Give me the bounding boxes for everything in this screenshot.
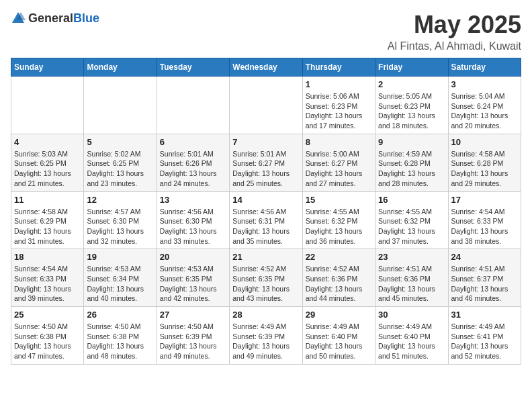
calendar-cell: 24Sunrise: 4:51 AMSunset: 6:37 PMDayligh… <box>448 249 521 307</box>
calendar-cell: 26Sunrise: 4:50 AMSunset: 6:38 PMDayligh… <box>84 307 157 365</box>
calendar-cell: 11Sunrise: 4:58 AMSunset: 6:29 PMDayligh… <box>11 191 84 249</box>
calendar-cell: 21Sunrise: 4:52 AMSunset: 6:35 PMDayligh… <box>230 249 302 307</box>
calendar-cell: 6Sunrise: 5:01 AMSunset: 6:26 PMDaylight… <box>157 134 229 191</box>
day-number: 25 <box>14 310 81 320</box>
day-number: 22 <box>306 252 372 262</box>
calendar-cell: 20Sunrise: 4:53 AMSunset: 6:35 PMDayligh… <box>157 249 229 307</box>
day-number: 17 <box>451 195 518 205</box>
day-info: Sunrise: 4:58 AMSunset: 6:29 PMDaylight:… <box>14 207 81 246</box>
day-info: Sunrise: 4:53 AMSunset: 6:34 PMDaylight:… <box>87 264 153 304</box>
calendar-cell: 7Sunrise: 5:01 AMSunset: 6:27 PMDaylight… <box>230 134 302 191</box>
calendar-cell: 4Sunrise: 5:03 AMSunset: 6:25 PMDaylight… <box>11 134 84 191</box>
day-info: Sunrise: 4:49 AMSunset: 6:41 PMDaylight:… <box>451 322 518 361</box>
calendar-header-monday: Monday <box>84 58 157 77</box>
day-info: Sunrise: 4:58 AMSunset: 6:28 PMDaylight:… <box>451 149 518 189</box>
calendar-header-sunday: Sunday <box>11 58 84 77</box>
calendar-cell: 8Sunrise: 5:00 AMSunset: 6:27 PMDaylight… <box>302 134 375 191</box>
day-number: 21 <box>232 252 299 262</box>
day-number: 27 <box>160 310 226 320</box>
day-number: 5 <box>87 137 153 147</box>
day-number: 24 <box>451 252 518 262</box>
day-info: Sunrise: 5:06 AMSunset: 6:23 PMDaylight:… <box>306 91 372 131</box>
calendar-week-row: 4Sunrise: 5:03 AMSunset: 6:25 PMDaylight… <box>11 134 521 191</box>
logo: GeneralBlue <box>11 11 99 26</box>
calendar-cell: 14Sunrise: 4:56 AMSunset: 6:31 PMDayligh… <box>230 191 302 249</box>
day-number: 16 <box>378 195 445 205</box>
day-info: Sunrise: 4:55 AMSunset: 6:32 PMDaylight:… <box>378 207 445 246</box>
day-number: 20 <box>160 252 226 262</box>
calendar-week-row: 18Sunrise: 4:54 AMSunset: 6:33 PMDayligh… <box>11 249 521 307</box>
day-info: Sunrise: 5:01 AMSunset: 6:26 PMDaylight:… <box>160 149 226 189</box>
day-number: 19 <box>87 252 153 262</box>
day-number: 26 <box>87 310 153 320</box>
calendar-cell: 1Sunrise: 5:06 AMSunset: 6:23 PMDaylight… <box>302 77 375 134</box>
calendar-cell: 5Sunrise: 5:02 AMSunset: 6:25 PMDaylight… <box>84 134 157 191</box>
day-info: Sunrise: 4:51 AMSunset: 6:36 PMDaylight:… <box>378 264 445 304</box>
day-number: 31 <box>451 310 518 320</box>
calendar-header-friday: Friday <box>375 58 448 77</box>
calendar-header-tuesday: Tuesday <box>157 58 229 77</box>
calendar-table: SundayMondayTuesdayWednesdayThursdayFrid… <box>11 58 521 365</box>
day-info: Sunrise: 4:53 AMSunset: 6:35 PMDaylight:… <box>160 264 226 304</box>
day-number: 7 <box>232 137 299 147</box>
logo-text-blue: Blue <box>73 11 99 25</box>
day-info: Sunrise: 4:55 AMSunset: 6:32 PMDaylight:… <box>306 207 372 246</box>
logo-icon <box>11 11 26 26</box>
calendar-cell: 19Sunrise: 4:53 AMSunset: 6:34 PMDayligh… <box>84 249 157 307</box>
title-block: May 2025 Al Fintas, Al Ahmadi, Kuwait <box>388 11 521 52</box>
calendar-week-row: 1Sunrise: 5:06 AMSunset: 6:23 PMDaylight… <box>11 77 521 134</box>
day-info: Sunrise: 5:02 AMSunset: 6:25 PMDaylight:… <box>87 149 153 189</box>
day-info: Sunrise: 4:52 AMSunset: 6:36 PMDaylight:… <box>306 264 372 304</box>
calendar-cell: 3Sunrise: 5:04 AMSunset: 6:24 PMDaylight… <box>448 77 521 134</box>
calendar-cell: 27Sunrise: 4:50 AMSunset: 6:39 PMDayligh… <box>157 307 229 365</box>
calendar-header-wednesday: Wednesday <box>230 58 302 77</box>
calendar-cell: 13Sunrise: 4:56 AMSunset: 6:30 PMDayligh… <box>157 191 229 249</box>
calendar-cell <box>11 77 84 134</box>
day-info: Sunrise: 4:51 AMSunset: 6:37 PMDaylight:… <box>451 264 518 304</box>
day-info: Sunrise: 4:49 AMSunset: 6:39 PMDaylight:… <box>232 322 299 361</box>
calendar-cell: 22Sunrise: 4:52 AMSunset: 6:36 PMDayligh… <box>302 249 375 307</box>
calendar-cell: 15Sunrise: 4:55 AMSunset: 6:32 PMDayligh… <box>302 191 375 249</box>
calendar-cell <box>230 77 302 134</box>
day-info: Sunrise: 5:00 AMSunset: 6:27 PMDaylight:… <box>306 149 372 189</box>
day-number: 30 <box>378 310 445 320</box>
location: Al Fintas, Al Ahmadi, Kuwait <box>388 40 521 52</box>
calendar-cell: 9Sunrise: 4:59 AMSunset: 6:28 PMDaylight… <box>375 134 448 191</box>
calendar-week-row: 25Sunrise: 4:50 AMSunset: 6:38 PMDayligh… <box>11 307 521 365</box>
day-number: 12 <box>87 195 153 205</box>
page-header: GeneralBlue May 2025 Al Fintas, Al Ahmad… <box>11 11 521 52</box>
day-info: Sunrise: 4:50 AMSunset: 6:39 PMDaylight:… <box>160 322 226 361</box>
day-number: 28 <box>232 310 299 320</box>
day-info: Sunrise: 4:59 AMSunset: 6:28 PMDaylight:… <box>378 149 445 189</box>
month-title: May 2025 <box>388 11 521 39</box>
day-info: Sunrise: 5:01 AMSunset: 6:27 PMDaylight:… <box>232 149 299 189</box>
day-number: 29 <box>306 310 372 320</box>
calendar-cell: 12Sunrise: 4:57 AMSunset: 6:30 PMDayligh… <box>84 191 157 249</box>
day-info: Sunrise: 5:04 AMSunset: 6:24 PMDaylight:… <box>451 91 518 131</box>
calendar-cell: 17Sunrise: 4:54 AMSunset: 6:33 PMDayligh… <box>448 191 521 249</box>
day-number: 14 <box>232 195 299 205</box>
day-info: Sunrise: 4:56 AMSunset: 6:31 PMDaylight:… <box>232 207 299 246</box>
day-info: Sunrise: 4:49 AMSunset: 6:40 PMDaylight:… <box>378 322 445 361</box>
day-number: 9 <box>378 137 445 147</box>
day-number: 4 <box>14 137 81 147</box>
day-info: Sunrise: 4:54 AMSunset: 6:33 PMDaylight:… <box>451 207 518 246</box>
logo-text-general: General <box>28 11 73 25</box>
calendar-cell: 16Sunrise: 4:55 AMSunset: 6:32 PMDayligh… <box>375 191 448 249</box>
day-number: 3 <box>451 79 518 89</box>
day-info: Sunrise: 4:49 AMSunset: 6:40 PMDaylight:… <box>306 322 372 361</box>
day-info: Sunrise: 4:56 AMSunset: 6:30 PMDaylight:… <box>160 207 226 246</box>
calendar-cell: 2Sunrise: 5:05 AMSunset: 6:23 PMDaylight… <box>375 77 448 134</box>
calendar-cell: 25Sunrise: 4:50 AMSunset: 6:38 PMDayligh… <box>11 307 84 365</box>
day-number: 1 <box>306 79 372 89</box>
day-number: 15 <box>306 195 372 205</box>
calendar-week-row: 11Sunrise: 4:58 AMSunset: 6:29 PMDayligh… <box>11 191 521 249</box>
day-info: Sunrise: 4:50 AMSunset: 6:38 PMDaylight:… <box>87 322 153 361</box>
calendar-cell: 23Sunrise: 4:51 AMSunset: 6:36 PMDayligh… <box>375 249 448 307</box>
day-number: 23 <box>378 252 445 262</box>
day-number: 13 <box>160 195 226 205</box>
calendar-cell: 29Sunrise: 4:49 AMSunset: 6:40 PMDayligh… <box>302 307 375 365</box>
day-info: Sunrise: 4:52 AMSunset: 6:35 PMDaylight:… <box>232 264 299 304</box>
day-number: 8 <box>306 137 372 147</box>
calendar-header-saturday: Saturday <box>448 58 521 77</box>
